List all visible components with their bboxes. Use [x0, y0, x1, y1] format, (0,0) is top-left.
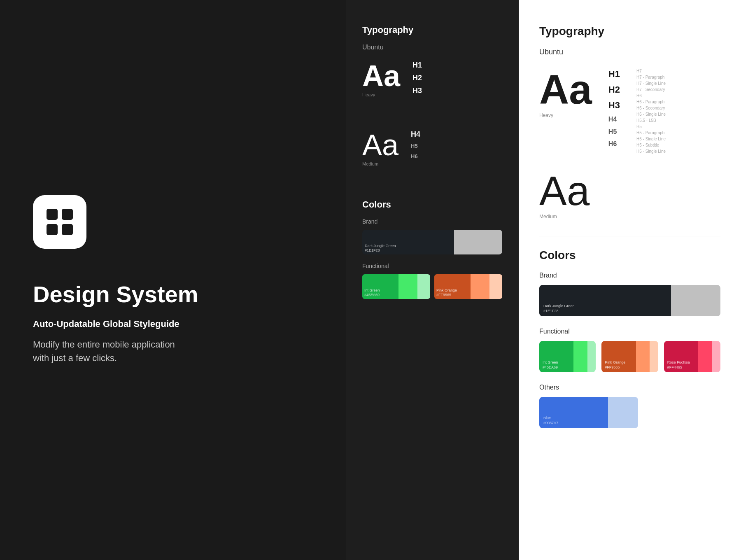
- right-h1: H1: [608, 69, 620, 79]
- center-font-name: Ubuntu: [362, 44, 502, 51]
- center-green-group: Int Green#45EA69: [362, 274, 430, 299]
- right-h5: H5: [608, 128, 620, 135]
- right-heavy-label: Heavy: [539, 112, 592, 118]
- right-panel: Typography Ubuntu Aa Heavy H1 H2 H3 H4 H…: [519, 0, 741, 560]
- right-pink2: [698, 341, 712, 372]
- center-h2: H2: [412, 74, 422, 82]
- sub-title: Auto-Updatable Global Styleguide: [33, 319, 313, 329]
- center-h4: H4: [411, 130, 420, 139]
- center-green3-swatch: [417, 274, 430, 299]
- right-functional-groups: Int Green#45EA69 Pink Orange#FF9565: [539, 341, 720, 372]
- right-others-swatches: Blue#0037A7: [539, 397, 638, 428]
- right-h2: H2: [608, 84, 620, 95]
- center-h6: H6: [411, 153, 420, 159]
- center-heavy-aa: Aa: [362, 61, 400, 91]
- right-h4: H4: [608, 116, 620, 123]
- right-orange1: Pink Orange#FF9565: [601, 341, 636, 372]
- right-tiny-labels: H7 H7 - Paragraph H7 - Single Line H7 - …: [636, 69, 666, 154]
- left-panel: Design System Auto-Updatable Global Styl…: [0, 0, 346, 560]
- center-heavy-label: Heavy: [362, 92, 400, 97]
- grid-cell-1: [47, 209, 58, 220]
- right-h5-single: H5 - Single Line: [636, 137, 666, 141]
- divider-1: [539, 236, 720, 236]
- right-h3: H3: [608, 100, 620, 111]
- right-orange1-text: Pink Orange#FF9565: [605, 360, 625, 370]
- right-pink1-text: Rose Fuchsia#FF4465: [667, 360, 690, 370]
- right-h5-para: H5 - Paragraph: [636, 131, 666, 135]
- center-orange-group: Pink Orange#FF9565: [434, 274, 502, 299]
- app-icon: [33, 195, 86, 249]
- center-brand-dark-swatch: Dark Jungle Green#1E1F28: [362, 230, 454, 254]
- center-type-row-heavy: Aa Heavy H1 H2 H3: [362, 61, 502, 114]
- right-h6-para: H6 - Paragraph: [636, 100, 666, 104]
- grid-icon: [47, 209, 73, 235]
- right-green1-text: Int Green#45EA69: [543, 360, 558, 370]
- main-title: Design System: [33, 282, 313, 307]
- center-h5: H5: [411, 143, 420, 149]
- center-functional-label: Functional: [362, 263, 502, 269]
- description: Modify the entire mobile application wit…: [33, 338, 181, 365]
- right-green3: [587, 341, 596, 372]
- center-medium-label: Medium: [362, 161, 398, 166]
- right-others-label: Others: [539, 384, 720, 391]
- right-h7-single: H7 - Single Line: [636, 81, 666, 86]
- right-brand-swatches: Dark Jungle Green#1E1F28: [539, 285, 720, 316]
- right-h6: H6: [608, 140, 620, 148]
- center-orange1-label: Pink Orange#FF9565: [436, 288, 457, 297]
- right-brand-section: Brand Dark Jungle Green#1E1F28: [539, 272, 720, 316]
- right-h-labels: H1 H2 H3 H4 H5 H6: [608, 69, 620, 148]
- center-h1: H1: [412, 61, 422, 70]
- center-panel: Typography Ubuntu Aa Heavy H1 H2 H3 Aa M…: [346, 0, 519, 560]
- right-h6-single: H6 - Single Line: [636, 112, 666, 117]
- right-h6-label: H6: [636, 93, 666, 98]
- center-brand-label: Brand: [362, 218, 502, 225]
- right-brand-dark: Dark Jungle Green#1E1F28: [539, 285, 671, 316]
- right-brand-label: Brand: [539, 272, 720, 279]
- right-brand-light: [671, 285, 720, 316]
- right-orange3: [650, 341, 658, 372]
- right-colors-section: Colors Brand Dark Jungle Green#1E1F28 Fu…: [539, 249, 720, 428]
- right-others-section: Others Blue#0037A7: [539, 384, 720, 428]
- right-brand-dark-text: Dark Jungle Green#1E1F28: [543, 303, 575, 314]
- center-medium-display: Aa Medium: [362, 130, 398, 166]
- right-h7-secondary: H7 - Secondary: [636, 87, 666, 92]
- center-h-labels-2: H4 H5 H6: [411, 130, 420, 183]
- center-green1-swatch: Int Green#45EA69: [362, 274, 398, 299]
- grid-cell-3: [47, 224, 58, 235]
- right-font-name: Ubuntu: [539, 48, 720, 56]
- right-pink1: Rose Fuchsia#FF4465: [664, 341, 698, 372]
- right-green-group: Int Green#45EA69: [539, 341, 596, 372]
- right-others-blue: Blue#0037A7: [539, 397, 608, 428]
- right-green2: [573, 341, 587, 372]
- center-heavy-display: Aa Heavy: [362, 61, 400, 97]
- right-type-row-heavy: Aa Heavy H1 H2 H3 H4 H5 H6 H7 H7 - Parag…: [539, 69, 720, 154]
- center-type-row-medium: Aa Medium H4 H5 H6: [362, 130, 502, 183]
- center-medium-aa: Aa: [362, 130, 398, 160]
- grid-cell-4: [62, 224, 73, 235]
- center-brand-dark-label: Dark Jungle Green#1E1F28: [365, 244, 396, 253]
- right-heavy-display: Aa Heavy: [539, 69, 592, 118]
- center-functional-swatches: Int Green#45EA69 Pink Orange#FF9565: [362, 274, 502, 299]
- right-typography-title: Typography: [539, 25, 720, 38]
- center-h3: H3: [412, 86, 422, 95]
- center-colors-section: Colors Brand Dark Jungle Green#1E1F28 Fu…: [362, 199, 502, 299]
- right-h4-subtitle: H5 - Subtitle: [636, 143, 666, 147]
- right-h7-label: H7: [636, 69, 666, 73]
- right-h5-label: H5: [636, 124, 666, 129]
- right-functional-section: Functional Int Green#45EA69 Pink Orange#…: [539, 328, 720, 372]
- center-typography-title: Typography: [362, 25, 502, 35]
- right-h55-label: H5.5 - L5B: [636, 118, 666, 123]
- center-green2-swatch: [398, 274, 418, 299]
- right-colors-title: Colors: [539, 249, 720, 262]
- right-h7-para: H7 - Paragraph: [636, 75, 666, 79]
- right-pink3: [712, 341, 720, 372]
- right-orange-group: Pink Orange#FF9565: [601, 341, 658, 372]
- right-medium-label: Medium: [539, 214, 590, 219]
- right-orange2: [636, 341, 650, 372]
- right-h6-secondary: H6 - Secondary: [636, 106, 666, 110]
- right-type-row-medium: Aa Medium: [539, 170, 720, 219]
- right-functional-label: Functional: [539, 328, 720, 335]
- right-green1: Int Green#45EA69: [539, 341, 573, 372]
- right-others-blue-text: Blue#0037A7: [543, 415, 558, 426]
- right-medium-aa: Aa: [539, 170, 590, 211]
